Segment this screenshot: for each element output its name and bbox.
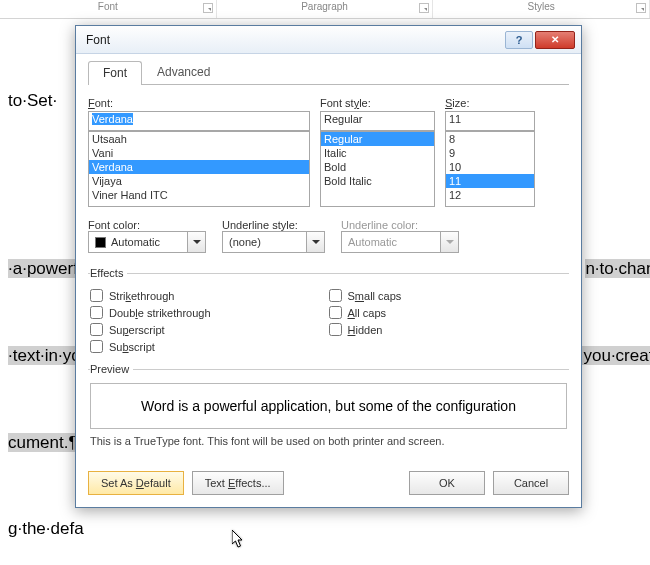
checkbox-subscript[interactable]: Subscript — [90, 338, 329, 355]
dialog-launcher-icon[interactable] — [419, 3, 429, 13]
size-label: Size: — [445, 97, 535, 109]
checkbox-superscript[interactable]: Superscript — [90, 321, 329, 338]
doc-text: n·to·change· — [585, 259, 650, 278]
font-style-label: Font style: — [320, 97, 435, 109]
text-effects-button[interactable]: Text Effects... — [192, 471, 284, 495]
font-color-dropdown[interactable]: Automatic — [88, 231, 188, 253]
font-color-label: Font color: — [88, 219, 140, 231]
style-option[interactable]: Italic — [321, 146, 434, 160]
font-dialog: Font ? ✕ Font Advanced Font: Verdana Uts… — [75, 25, 582, 508]
ribbon-group-font: Font — [0, 0, 217, 18]
doc-text: ·text·in·yo — [8, 346, 81, 365]
dialog-tabs: Font Advanced — [88, 60, 569, 85]
size-listbox[interactable]: 8 9 10 11 12 — [445, 131, 535, 207]
size-input[interactable]: 11 — [445, 111, 535, 131]
style-option[interactable]: Bold — [321, 160, 434, 174]
font-option[interactable]: Vijaya — [89, 174, 309, 188]
font-option[interactable]: Utsaah — [89, 132, 309, 146]
ok-button[interactable]: OK — [409, 471, 485, 495]
ribbon-group-styles: Styles — [433, 0, 650, 18]
chevron-down-icon — [441, 231, 459, 253]
underline-style-dropdown[interactable]: (none) — [222, 231, 307, 253]
preview-group: Preview Word is a powerful application, … — [88, 363, 569, 449]
size-option[interactable]: 10 — [446, 160, 534, 174]
preview-note: This is a TrueType font. This font will … — [90, 435, 567, 447]
close-button[interactable]: ✕ — [535, 31, 575, 49]
tab-advanced[interactable]: Advanced — [142, 60, 225, 84]
font-option[interactable]: Vani — [89, 146, 309, 160]
preview-box: Word is a powerful application, but some… — [90, 383, 567, 429]
ribbon-group-paragraph: Paragraph — [217, 0, 434, 18]
underline-color-label: Underline color: — [341, 219, 418, 231]
font-input[interactable]: Verdana — [88, 111, 310, 131]
checkbox-all-caps[interactable]: All caps — [329, 304, 568, 321]
doc-text: to·Set· — [8, 91, 57, 110]
tab-font[interactable]: Font — [88, 61, 142, 85]
checkbox-hidden[interactable]: Hidden — [329, 321, 568, 338]
ribbon-group-row: Font Paragraph Styles — [0, 0, 650, 19]
checkbox-small-caps[interactable]: Small caps — [329, 287, 568, 304]
dialog-title: Font — [86, 33, 503, 47]
effects-group: Effects Strikethrough Double strikethrou… — [88, 267, 569, 357]
font-listbox[interactable]: Utsaah Vani Verdana Vijaya Viner Hand IT… — [88, 131, 310, 207]
style-option[interactable]: Regular — [321, 132, 434, 146]
size-option[interactable]: 8 — [446, 132, 534, 146]
underline-style-label: Underline style: — [222, 219, 298, 231]
size-option[interactable]: 9 — [446, 146, 534, 160]
size-option[interactable]: 11 — [446, 174, 534, 188]
chevron-down-icon[interactable] — [188, 231, 206, 253]
chevron-down-icon[interactable] — [307, 231, 325, 253]
font-style-listbox[interactable]: Regular Italic Bold Bold Italic — [320, 131, 435, 207]
dialog-titlebar[interactable]: Font ? ✕ — [76, 26, 581, 54]
doc-text: g·the·defa — [8, 519, 84, 538]
doc-text: ·you·create· — [579, 346, 650, 365]
effects-legend: Effects — [90, 267, 127, 279]
color-swatch-icon — [95, 237, 106, 248]
font-style-input[interactable]: Regular — [320, 111, 435, 131]
preview-legend: Preview — [90, 363, 133, 375]
dialog-launcher-icon[interactable] — [636, 3, 646, 13]
checkbox-strikethrough[interactable]: Strikethrough — [90, 287, 329, 304]
cancel-button[interactable]: Cancel — [493, 471, 569, 495]
size-option[interactable]: 12 — [446, 188, 534, 202]
underline-color-dropdown: Automatic — [341, 231, 441, 253]
help-button[interactable]: ? — [505, 31, 533, 49]
style-option[interactable]: Bold Italic — [321, 174, 434, 188]
doc-text: cument.¶ — [8, 433, 78, 452]
font-option[interactable]: Verdana — [89, 160, 309, 174]
font-option[interactable]: Viner Hand ITC — [89, 188, 309, 202]
font-label: Font: — [88, 97, 310, 109]
checkbox-double-strikethrough[interactable]: Double strikethrough — [90, 304, 329, 321]
set-as-default-button[interactable]: Set As Default — [88, 471, 184, 495]
dialog-launcher-icon[interactable] — [203, 3, 213, 13]
